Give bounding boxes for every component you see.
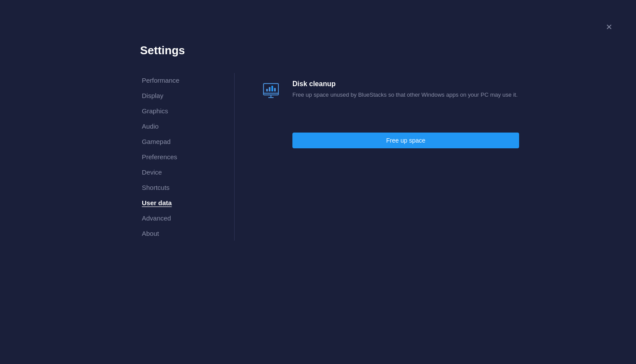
sidebar-item-gamepad[interactable]: Gamepad [140,134,221,149]
disk-cleanup-icon [261,80,284,103]
disk-cleanup-card: Disk cleanup Free up space unused by Blu… [261,73,519,110]
content-area: Disk cleanup Free up space unused by Blu… [248,73,519,241]
sidebar-item-about[interactable]: About [140,226,221,241]
sidebar-item-advanced[interactable]: Advanced [140,211,221,225]
settings-panel: Settings PerformanceDisplayGraphicsAudio… [140,44,519,241]
disk-info: Disk cleanup Free up space unused by Blu… [292,80,519,99]
disk-cleanup-description: Free up space unused by BlueStacks so th… [292,91,519,99]
sidebar-item-graphics[interactable]: Graphics [140,104,221,118]
close-button[interactable]: ✕ [604,23,613,32]
settings-title: Settings [140,44,519,57]
sidebar-item-user-data[interactable]: User data [140,196,221,210]
svg-rect-7 [274,88,276,91]
sidebar-divider [234,73,235,241]
sidebar-item-device[interactable]: Device [140,165,221,179]
sidebar-item-audio[interactable]: Audio [140,119,221,133]
svg-rect-5 [269,87,271,91]
svg-rect-6 [271,86,273,91]
sidebar-item-display[interactable]: Display [140,88,221,103]
sidebar: PerformanceDisplayGraphicsAudioGamepadPr… [140,73,221,241]
sidebar-item-preferences[interactable]: Preferences [140,150,221,164]
settings-container: Settings PerformanceDisplayGraphicsAudio… [140,44,519,241]
disk-cleanup-title: Disk cleanup [292,80,519,88]
free-up-space-button[interactable]: Free up space [292,133,519,148]
svg-rect-4 [266,89,268,91]
content-section: Disk cleanup Free up space unused by Blu… [261,73,519,148]
sidebar-item-performance[interactable]: Performance [140,73,221,88]
sidebar-item-shortcuts[interactable]: Shortcuts [140,180,221,195]
